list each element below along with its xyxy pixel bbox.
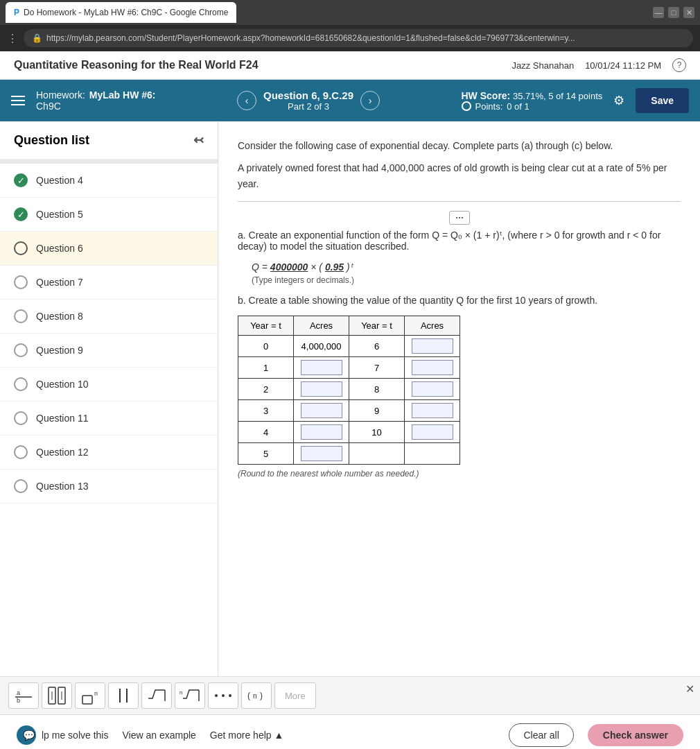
sidebar-item-q10[interactable]: Question 10: [0, 368, 218, 402]
svg-point-15: [222, 694, 225, 697]
expand-dots[interactable]: ⋯: [238, 212, 681, 223]
formula-line: Q = 4000000 × ( 0.95 )ᵗ: [252, 261, 667, 273]
clear-all-button[interactable]: Clear all: [509, 723, 573, 747]
year-3: 3: [238, 400, 294, 422]
page-header-right: Jazz Shanahan 10/01/24 11:12 PM ?: [512, 58, 686, 72]
q13-label: Question 13: [36, 481, 89, 492]
datetime: 10/01/24 11:12 PM: [585, 60, 661, 71]
acres-2-input[interactable]: [301, 381, 342, 397]
gear-icon[interactable]: ⚙: [613, 93, 624, 108]
save-button[interactable]: Save: [636, 88, 689, 113]
homework-sub: Ch9C: [36, 101, 155, 112]
help-icon[interactable]: ?: [672, 58, 686, 72]
nav-center: ‹ Question 6, 9.C.29 Part 2 of 3 ›: [166, 89, 450, 112]
q5-status-icon: ✓: [14, 207, 28, 221]
dots-menu-icon[interactable]: ⋮: [7, 32, 18, 45]
dots-btn[interactable]: [208, 682, 238, 709]
q10-status-icon: [14, 377, 28, 391]
year-0: 0: [238, 336, 294, 357]
acres-10-cell: [405, 422, 460, 443]
part-a-label: a. Create an exponential function of the…: [238, 230, 681, 252]
q12-status-icon: [14, 445, 28, 459]
tab-favicon: P: [14, 8, 19, 17]
view-example-link[interactable]: View an example: [122, 730, 195, 741]
brackets-btn[interactable]: (n): [241, 682, 272, 709]
check-answer-button[interactable]: Check answer: [588, 724, 683, 746]
acres-4-cell: [294, 422, 349, 443]
sidebar-item-q11[interactable]: Question 11: [0, 402, 218, 436]
sidebar-item-q7[interactable]: Question 7: [0, 266, 218, 300]
sidebar-item-q5[interactable]: ✓ Question 5: [0, 198, 218, 232]
acres-4-input[interactable]: [301, 424, 342, 440]
prev-question-btn[interactable]: ‹: [237, 91, 256, 110]
superscript-btn[interactable]: n: [75, 682, 105, 709]
q7-status-icon: [14, 275, 28, 289]
acres-1-input[interactable]: [301, 360, 342, 375]
homework-title-block: Homework: MyLab HW #6: Ch9C: [36, 89, 155, 112]
help-solve-link[interactable]: 💬 lp me solve this: [17, 725, 108, 745]
separator: [238, 201, 681, 202]
table-row: 0 4,000,000 6: [238, 336, 460, 357]
sidebar-scroll: ✓ Question 4 ✓ Question 5 Question 6 Que…: [0, 164, 218, 503]
minimize-btn[interactable]: —: [653, 7, 664, 18]
more-btn[interactable]: More: [274, 682, 316, 709]
acres-3-cell: [294, 400, 349, 422]
acres-9-input[interactable]: [412, 403, 453, 418]
svg-point-14: [215, 694, 218, 697]
acres-3-input[interactable]: [301, 403, 342, 418]
q8-status-icon: [14, 309, 28, 323]
acres-6-input[interactable]: [412, 338, 453, 354]
q4-label: Question 4: [36, 175, 83, 186]
close-btn[interactable]: ✕: [683, 7, 694, 18]
svg-point-16: [229, 694, 231, 697]
formula-val2: 0.95: [325, 261, 344, 273]
year-6: 6: [349, 336, 405, 357]
homework-name: MyLab HW #6:: [89, 89, 156, 101]
pipe-btn[interactable]: [108, 682, 139, 709]
q13-status-icon: [14, 479, 28, 493]
table-row: 4 10: [238, 422, 460, 443]
browser-chrome: P Do Homework - MyLab HW #6: Ch9C - Goog…: [0, 0, 700, 25]
year-9: 9: [349, 400, 405, 422]
math-toolbar-close-icon[interactable]: ✕: [685, 682, 694, 696]
window-controls: — □ ✕: [653, 7, 694, 18]
sidebar-item-q8[interactable]: Question 8: [0, 300, 218, 334]
question-num: Question 6, 9.C.29: [263, 89, 353, 101]
next-question-btn[interactable]: ›: [360, 91, 380, 110]
formula-display: Q = 4000000 × ( 0.95 )ᵗ (Type integers o…: [238, 261, 681, 285]
acres-5-input[interactable]: [301, 446, 342, 461]
sidebar-item-q13[interactable]: Question 13: [0, 470, 218, 503]
address-bar: ⋮ 🔒 https://mylab.pearson.com/Student/Pl…: [0, 25, 700, 51]
problem-desc: A privately owned forest that had 4,000,…: [238, 160, 681, 191]
hamburger-menu[interactable]: [11, 96, 25, 105]
fraction-btn[interactable]: ab: [8, 682, 39, 709]
question-label: Question 6, 9.C.29 Part 2 of 3: [263, 89, 353, 112]
main-area: Question list ↢ ✓ Question 4 ✓ Question …: [0, 121, 700, 676]
q4-status-icon: ✓: [14, 173, 28, 187]
part-b-label: b. Create a table showing the value of t…: [238, 295, 681, 306]
q6-status-icon: [14, 241, 28, 255]
acres-8-input[interactable]: [412, 381, 453, 397]
sqrt-btn[interactable]: [141, 682, 172, 709]
nth-root-btn[interactable]: n: [175, 682, 205, 709]
table-row: 5: [238, 443, 460, 465]
q12-label: Question 12: [36, 447, 89, 458]
more-help-link[interactable]: Get more help ▲: [210, 730, 283, 741]
browser-tab[interactable]: P Do Homework - MyLab HW #6: Ch9C - Goog…: [6, 2, 236, 23]
url-bar[interactable]: 🔒 https://mylab.pearson.com/Student/Play…: [24, 29, 693, 47]
sidebar-item-q6[interactable]: Question 6: [0, 232, 218, 266]
collapse-sidebar-icon[interactable]: ↢: [193, 132, 204, 148]
maximize-btn[interactable]: □: [668, 7, 679, 18]
formula-hint: (Type integers or decimals.): [252, 275, 667, 285]
svg-text:(: (: [247, 691, 250, 700]
year-2: 2: [238, 379, 294, 400]
sidebar-item-q12[interactable]: Question 12: [0, 436, 218, 470]
svg-text:a: a: [17, 689, 20, 696]
acres-7-input[interactable]: [412, 360, 453, 375]
sidebar-item-q9[interactable]: Question 9: [0, 334, 218, 368]
question-part: Part 2 of 3: [263, 101, 353, 112]
matrix-btn[interactable]: [42, 682, 72, 709]
sidebar-item-q4[interactable]: ✓ Question 4: [0, 164, 218, 198]
svg-text:n: n: [94, 690, 98, 697]
acres-10-input[interactable]: [412, 424, 453, 440]
